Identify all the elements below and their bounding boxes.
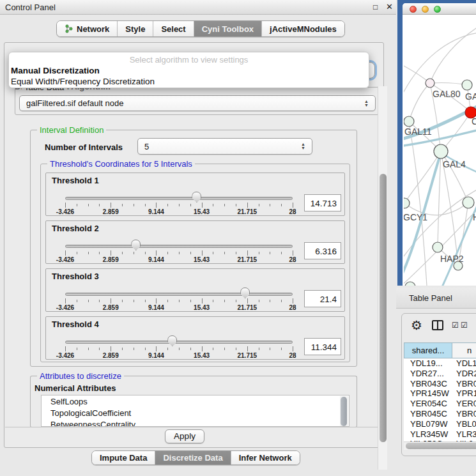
threshold-value-field[interactable]: 6.316 [304, 242, 341, 259]
column-header-name[interactable]: n [452, 342, 476, 358]
num-intervals-combo[interactable]: 5 ▲▼ [137, 138, 312, 155]
tab-impute-data[interactable]: Impute Data [92, 451, 155, 464]
control-panel: Control Panel □ ✕ Network Style Se [0, 0, 396, 476]
gear-icon[interactable]: ⚙ [411, 318, 422, 333]
table-row[interactable]: YPR145WYPR1 [404, 388, 476, 399]
table-h-scrollbar-thumb[interactable] [406, 443, 476, 449]
table-cell[interactable]: YPR145W [404, 388, 452, 399]
tab-jactivemnodules[interactable]: jActiveMNodules [262, 21, 344, 36]
network-node[interactable] [434, 144, 448, 158]
app-screen: Control Panel □ ✕ Network Style Se [0, 0, 476, 476]
tick-label: 15.43 [194, 352, 210, 359]
algorithm-option-equal-width[interactable]: Equal Width/Frequency Discretization [11, 77, 155, 86]
node-label: GAL11 [404, 127, 432, 137]
checkbox-icon[interactable]: ☑ [461, 321, 468, 330]
tick-label: 2.859 [103, 352, 119, 359]
tab-infer-network[interactable]: Infer Network [231, 451, 300, 464]
tab-select[interactable]: Select [153, 21, 194, 36]
threshold-value-field[interactable]: 14.713 [304, 194, 341, 211]
table-cell[interactable]: YDL1 [452, 358, 476, 369]
table-cell[interactable]: YLR345W [404, 429, 452, 440]
attribute-list-item[interactable]: BetweennessCentrality [42, 418, 349, 427]
numerical-attributes-list[interactable]: SelfLoopsTopologicalCoefficientBetweenne… [41, 395, 349, 427]
table-body: YDL19...YDL1YDR27...YDR2YBR043CYBR0YPR14… [404, 358, 476, 441]
table-row[interactable]: YLR345WYLR3 [404, 429, 476, 440]
table-h-scrollbar[interactable] [404, 441, 476, 450]
tab-network[interactable]: Network [57, 21, 118, 36]
table-row[interactable]: YBR045CYBR0 [404, 409, 476, 419]
table-row[interactable]: YBR043CYBR0 [404, 379, 476, 389]
tick-label: 21.715 [238, 256, 257, 263]
table-cell[interactable]: YPR1 [452, 388, 476, 399]
tab-select-label: Select [161, 24, 185, 34]
table-row[interactable]: YDL19...YDL1 [404, 358, 476, 369]
apply-button[interactable]: Apply [165, 429, 204, 443]
table-data-combo[interactable]: galFiltered.sif default node ▲▼ [19, 95, 376, 111]
tick-label: 28 [289, 352, 296, 359]
table-cell[interactable]: YBR0 [452, 379, 476, 389]
minimize-traffic-light[interactable] [422, 6, 429, 13]
attributes-group-title: Attributes to discretize [37, 371, 124, 381]
tick-label: 15.43 [194, 304, 210, 311]
threshold-slider-track[interactable] [65, 341, 293, 344]
table-cell[interactable]: YBR045C [404, 409, 452, 419]
tab-cyni-toolbox[interactable]: Cyni Toolbox [194, 21, 262, 36]
algorithm-option-manual[interactable]: Manual Discretization [11, 66, 100, 75]
table-cell[interactable]: YDR27... [404, 369, 452, 379]
panel-scrollbar-thumb[interactable] [380, 174, 387, 442]
table-panel: ⚙ ☑ ☑ shared... n YDL19...YDL1YDR27...YD… [401, 313, 476, 456]
split-columns-icon[interactable] [432, 320, 443, 330]
threshold-panel: Threshold 2 -3.4262.8599.14415.4321.7152… [45, 220, 345, 264]
attribute-list-item[interactable]: TopologicalCoefficient [42, 407, 349, 418]
table-cell[interactable]: YBR0 [452, 409, 476, 419]
threshold-slider-thumb[interactable] [192, 192, 201, 203]
close-traffic-light[interactable] [410, 6, 417, 13]
control-panel-titlebar: Control Panel □ ✕ [0, 0, 396, 15]
threshold-slider-track[interactable] [65, 245, 293, 248]
threshold-slider-thumb[interactable] [131, 240, 141, 250]
table-cell[interactable]: YBR043C [404, 379, 452, 389]
float-window-icon[interactable]: □ [373, 3, 378, 12]
network-node[interactable] [433, 242, 443, 252]
table-cell[interactable]: YER054C [404, 399, 452, 409]
attribute-list-item[interactable]: SelfLoops [42, 395, 349, 407]
list-scrollbar[interactable] [340, 396, 348, 427]
list-scrollbar-thumb[interactable] [341, 397, 347, 426]
threshold-value-field[interactable]: 11.344 [304, 338, 341, 355]
threshold-slider-thumb[interactable] [240, 288, 250, 298]
table-cell[interactable]: YDL19... [404, 358, 452, 369]
table-cell[interactable]: YLR3 [452, 429, 476, 440]
close-icon[interactable]: ✕ [386, 2, 393, 12]
threshold-slider-thumb[interactable] [167, 335, 177, 346]
table-cell[interactable]: YBL0 [452, 419, 476, 429]
threshold-slider-track[interactable] [65, 197, 293, 200]
network-node[interactable] [404, 198, 410, 208]
network-edge [430, 27, 476, 83]
threshold-slider-track[interactable] [65, 293, 293, 296]
threshold-value-field[interactable]: 21.4 [304, 290, 341, 307]
network-canvas[interactable]: GAL80GACGAL11GAL4GCY1HHAP2 [404, 15, 476, 286]
table-cell[interactable]: YBL079W [404, 419, 452, 429]
table-cell[interactable]: YER0 [452, 399, 476, 409]
table-row[interactable]: YBL079WYBL0 [404, 419, 476, 429]
network-node[interactable] [463, 197, 474, 208]
network-node[interactable] [462, 80, 472, 90]
panel-scrollbar[interactable] [378, 86, 387, 470]
tick-label: 21.715 [238, 352, 257, 359]
checkbox-icon[interactable]: ☑ [452, 321, 459, 330]
column-header-shared[interactable]: shared... [404, 342, 452, 358]
zoom-traffic-light[interactable] [434, 6, 441, 13]
table-row[interactable]: YER054CYER0 [404, 399, 476, 409]
table-row[interactable]: YDR27...YDR2 [404, 369, 476, 379]
network-node[interactable] [426, 79, 434, 88]
tick-label: 28 [289, 304, 296, 311]
network-node[interactable] [404, 116, 414, 127]
threshold-label: Threshold 3 [52, 272, 99, 281]
tab-style[interactable]: Style [118, 21, 153, 36]
table-cell[interactable]: YDR2 [452, 369, 476, 379]
table-data-group: Table Data galFiltered.sif default node … [15, 87, 379, 115]
tab-discretize-data[interactable]: Discretize Data [155, 451, 231, 464]
interval-definition-group-title: Interval Definition [37, 125, 106, 135]
network-node[interactable] [405, 282, 415, 286]
tab-discretize-data-label: Discretize Data [163, 453, 222, 463]
